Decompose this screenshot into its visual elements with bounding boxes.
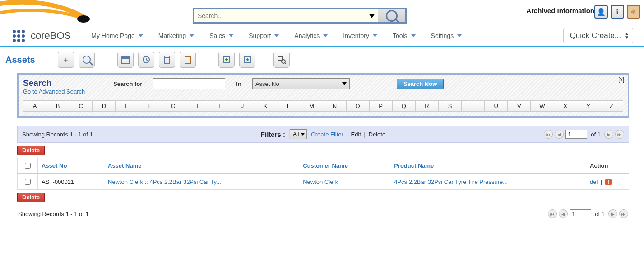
page-input[interactable] <box>565 130 587 139</box>
chevron-down-icon <box>301 133 304 136</box>
alpha-letter-u[interactable]: U <box>485 101 508 111</box>
alpha-letter-m[interactable]: M <box>300 101 323 111</box>
info-icon[interactable]: ℹ <box>611 5 624 19</box>
alpha-letter-j[interactable]: J <box>231 101 254 111</box>
cell-product-link[interactable]: 4Pcs 2.2Bar 32Psi Car Tyre Tire Pressure… <box>394 179 508 185</box>
in-field-select[interactable]: Asset No <box>252 78 350 89</box>
alpha-letter-h[interactable]: H <box>185 101 208 111</box>
close-search-panel[interactable]: [x] <box>618 76 624 83</box>
apps-icon[interactable] <box>13 30 24 42</box>
delete-top-button[interactable]: Delete <box>17 146 45 155</box>
add-record-button[interactable]: ＋ <box>58 52 74 68</box>
alpha-letter-v[interactable]: V <box>508 101 531 111</box>
select-all-checkbox[interactable] <box>25 163 31 169</box>
search-for-input[interactable] <box>153 78 225 89</box>
search-toggle-button[interactable] <box>79 52 95 68</box>
nav-label: Settings <box>431 32 454 39</box>
last-page-button[interactable]: ⏭ <box>615 130 624 139</box>
nav-item-inventory[interactable]: Inventory <box>338 29 382 42</box>
separator: | <box>364 131 366 138</box>
logout-icon[interactable]: ⎆ <box>627 5 640 19</box>
prev-page-button[interactable]: ◀ <box>559 209 568 218</box>
filter-select[interactable]: All <box>290 129 306 139</box>
warning-icon[interactable]: ! <box>605 179 612 185</box>
logo <box>0 0 95 25</box>
import-button[interactable] <box>218 52 235 68</box>
user-icon[interactable]: 👤 <box>594 5 608 19</box>
nav-item-tools[interactable]: Tools <box>388 29 420 42</box>
search-panel: [x] Search Go to Advanced Search Search … <box>17 73 629 118</box>
alpha-letter-l[interactable]: L <box>277 101 300 111</box>
quick-create[interactable]: Quick Create... ▲▼ <box>563 28 633 43</box>
nav-item-analytics[interactable]: Analytics <box>290 29 332 42</box>
showing-records-bottom: Showing Records 1 - 1 of 1 <box>18 211 89 217</box>
first-page-button[interactable]: ⏮ <box>544 130 553 139</box>
alpha-letter-i[interactable]: I <box>208 101 231 111</box>
alpha-letter-r[interactable]: R <box>416 101 439 111</box>
create-filter-link[interactable]: Create Filter <box>311 131 343 138</box>
nav-item-home[interactable]: My Home Page <box>87 29 147 42</box>
alpha-letter-z[interactable]: Z <box>600 101 623 111</box>
first-page-button[interactable]: ⏮ <box>548 209 557 218</box>
delete-bottom-button[interactable]: Delete <box>17 193 45 202</box>
global-search-input[interactable] <box>197 9 375 23</box>
col-asset-no[interactable]: Asset No <box>38 158 104 174</box>
clock-button[interactable] <box>138 52 154 68</box>
nav-item-support[interactable]: Support <box>244 29 283 42</box>
nav-label: My Home Page <box>91 32 134 39</box>
page-input[interactable] <box>570 209 591 218</box>
brand[interactable]: coreBOS <box>31 30 71 42</box>
spinner-icon: ▲▼ <box>625 32 629 39</box>
search-icon <box>83 56 91 64</box>
find-duplicates-button[interactable] <box>273 52 290 68</box>
calculator-button[interactable] <box>159 52 175 68</box>
alpha-letter-w[interactable]: W <box>531 101 554 111</box>
nav-item-marketing[interactable]: Marketing <box>154 29 199 42</box>
chevron-down-icon <box>139 34 143 37</box>
cell-asset-name-link[interactable]: Newton Clerk :: 4Pcs 2.2Bar 32Psi Car Ty… <box>108 179 221 185</box>
alpha-letter-p[interactable]: P <box>370 101 393 111</box>
search-now-button[interactable]: Search Now <box>397 79 444 89</box>
col-asset-name[interactable]: Asset Name <box>104 158 299 174</box>
main-nav: coreBOS My Home Page Marketing Sales Sup… <box>0 25 644 47</box>
global-search-button[interactable] <box>378 9 405 22</box>
alpha-letter-x[interactable]: X <box>554 101 577 111</box>
alpha-letter-n[interactable]: N <box>323 101 346 111</box>
prev-page-button[interactable]: ◀ <box>555 130 564 139</box>
alpha-letter-b[interactable]: B <box>46 101 69 111</box>
chevron-down-icon <box>373 34 377 37</box>
export-button[interactable] <box>239 52 255 68</box>
global-search-dropdown[interactable] <box>369 14 375 18</box>
alpha-letter-g[interactable]: G <box>162 101 185 111</box>
alpha-letter-d[interactable]: D <box>93 101 116 111</box>
alpha-letter-c[interactable]: C <box>69 101 93 111</box>
next-page-button[interactable]: ▶ <box>608 209 617 218</box>
alpha-letter-k[interactable]: K <box>254 101 277 111</box>
cell-customer-link[interactable]: Newton Clerk <box>303 179 338 185</box>
chevron-down-icon <box>411 34 416 37</box>
next-page-button[interactable]: ▶ <box>604 130 613 139</box>
alpha-letter-a[interactable]: A <box>23 101 46 111</box>
alpha-letter-e[interactable]: E <box>116 101 139 111</box>
advanced-search-link[interactable]: Go to Advanced Search <box>23 88 85 95</box>
alpha-letter-q[interactable]: Q <box>393 101 416 111</box>
alpha-letter-s[interactable]: S <box>439 101 462 111</box>
col-customer-name[interactable]: Customer Name <box>299 158 390 174</box>
alpha-letter-y[interactable]: Y <box>577 101 600 111</box>
row-checkbox[interactable] <box>25 179 31 185</box>
alpha-letter-o[interactable]: O <box>347 101 370 111</box>
alpha-filter: ABCDEFGHIJKLMNOPQRSTUVWXYZ <box>23 100 623 112</box>
top-strip: Archived Information 👤 ℹ ⎆ <box>0 0 644 25</box>
nav-item-settings[interactable]: Settings <box>426 29 467 42</box>
last-page-button[interactable]: ⏭ <box>619 209 628 218</box>
row-delete-link[interactable]: del <box>590 179 598 185</box>
edit-filter[interactable]: Edit <box>351 131 361 138</box>
alpha-letter-f[interactable]: F <box>139 101 162 111</box>
nav-item-sales[interactable]: Sales <box>205 29 238 42</box>
alpha-letter-t[interactable]: T <box>462 101 485 111</box>
calendar-button[interactable] <box>117 52 134 68</box>
delete-filter[interactable]: Delete <box>369 131 386 138</box>
col-product-name[interactable]: Product Name <box>390 158 586 174</box>
chevron-down-icon <box>323 34 328 37</box>
clipboard-button[interactable] <box>180 52 196 68</box>
